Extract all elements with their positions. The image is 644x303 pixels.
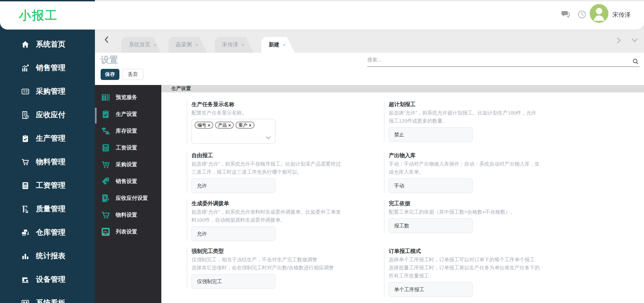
production-clipboard-icon <box>21 134 30 143</box>
history-clock-icon[interactable] <box>578 10 586 20</box>
settings-nav-label: 预览服务 <box>116 94 137 101</box>
sidebar-item-sales[interactable]: 销售管理 <box>0 56 95 80</box>
page-header: 设置 保存 丢弃 <box>95 53 644 85</box>
receivable-doc-icon <box>21 111 30 120</box>
tag-remove-icon[interactable]: × <box>249 123 251 128</box>
discard-button[interactable]: 丢弃 <box>122 69 144 80</box>
tab-label: 新建 <box>269 41 279 48</box>
user-name: 宋传泽 <box>612 11 631 19</box>
tab-new[interactable]: 新建 × <box>261 37 295 53</box>
settings-nav-sales-settings[interactable]: 销售设置 <box>95 173 161 190</box>
tag-remove-icon[interactable]: × <box>228 123 231 128</box>
sidebar-item-dashboard[interactable]: 系统看板 <box>0 291 95 303</box>
tab-close-icon[interactable]: × <box>154 42 157 48</box>
sidebar-item-statistics[interactable]: 统计报表 <box>0 244 95 268</box>
tabs-dropdown-icon[interactable] <box>631 38 638 44</box>
settings-nav-preview-service[interactable]: 预览服务 <box>95 89 161 106</box>
settings-nav-list-settings[interactable]: 列表设置 <box>95 223 161 240</box>
sidebar-item-receivable-payable[interactable]: 应收应付 <box>0 103 95 127</box>
clipboard-check-icon <box>101 109 111 119</box>
settings-nav-label: 生产设置 <box>116 111 137 118</box>
equipment-machine-icon <box>21 275 30 284</box>
material-cart-icon <box>21 158 30 167</box>
sidebar-item-label: 工资管理 <box>36 180 65 190</box>
sidebar-item-system-home[interactable]: 系统首页 <box>0 33 95 56</box>
tab-close-icon[interactable]: × <box>241 42 245 48</box>
user-avatar[interactable] <box>590 4 608 23</box>
search-icon[interactable] <box>632 58 639 66</box>
tab-song-chuanze[interactable]: 宋传泽 × <box>215 37 254 53</box>
tag-number: 编号× <box>195 122 213 129</box>
field-help: 成仓库入库单。 <box>389 168 579 176</box>
field-help: 所有工序批量报工 <box>389 272 579 280</box>
settings-nav-label: 应收应付设置 <box>116 195 148 202</box>
settings-nav: 预览服务 生产设置 库存设置 工资设置 采购设置 销售设置 应收应付设置 物料 <box>95 85 161 303</box>
field-label: 超计划报工 <box>389 101 579 108</box>
tabs-scroll-right-icon[interactable] <box>616 37 622 45</box>
task-name-multiselect[interactable]: 编号× 产品× 客户× <box>192 119 275 144</box>
output-warehousing-select[interactable]: 手动 <box>389 178 473 193</box>
dashboard-board-icon <box>21 299 30 303</box>
sidebar-item-production[interactable]: 生产管理 <box>0 127 95 150</box>
section-title: 生产设置 <box>161 85 644 92</box>
field-help: 选择单个工序报工时，订单报工可以对订单下的每个工序单个报工 <box>389 256 579 264</box>
settings-nav-material-settings[interactable]: 物料设置 <box>95 207 161 223</box>
completion-basis-select[interactable]: 报工数 <box>389 218 473 233</box>
save-button[interactable]: 保存 <box>101 69 119 80</box>
tab-system-home[interactable]: 系统首页 × <box>121 37 161 53</box>
flow-icon <box>101 126 111 136</box>
tab-label: 宋传泽 <box>222 41 238 48</box>
tab-vegetable-porridge[interactable]: 蔬菜粥 × <box>168 37 207 53</box>
sidebar-item-label: 设备管理 <box>36 274 65 285</box>
field-help: 如选择“允许”，则系统允许超计划报工。比如计划生产100件，允许 <box>389 109 579 117</box>
sales-chart-icon <box>21 63 30 73</box>
sidebar-item-label: 采购管理 <box>36 86 65 96</box>
sidebar-item-label: 系统看板 <box>36 298 65 303</box>
field-help: 手动：手动对产出物做入库操作；自动：系统自动对产出物入库，生 <box>389 160 579 168</box>
order-reporting-mode-select[interactable]: 单个工序报工 <box>389 282 473 297</box>
cart-icon <box>101 210 111 220</box>
free-reporting-select[interactable]: 允许 <box>192 178 275 193</box>
settings-nav-production-settings[interactable]: 生产设置 <box>95 106 161 123</box>
sidebar-item-material[interactable]: 物料管理 <box>0 150 95 174</box>
purchase-card-icon <box>21 87 30 96</box>
calculator-icon <box>101 143 111 153</box>
field-label: 订单报工模式 <box>389 248 579 255</box>
field-help: 如选择“允许”，则系统允许发料时生成委外调拨单。比如委外工单发 <box>192 208 375 216</box>
settings-nav-label: 库存设置 <box>116 128 137 135</box>
sidebar-item-purchase[interactable]: 采购管理 <box>0 80 95 103</box>
sidebar-item-label: 生产管理 <box>36 133 65 143</box>
field-completion-basis: 完工依据 配置工单完工的依据（其中报工数=合格数+不合格数）。 报工数 <box>384 200 579 233</box>
field-order-reporting-mode: 订单报工模式 选择单个工序报工时，订单报工可以对订单下的每个工序单个报工 选择批… <box>384 248 579 297</box>
tabs-scroll-left-icon[interactable] <box>103 36 110 45</box>
sidebar-item-salary[interactable]: 工资管理 <box>0 174 95 197</box>
field-over-plan-reporting: 超计划报工 如选择“允许”，则系统允许超计划报工。比如计划生产100件，允许 报… <box>384 101 579 142</box>
tag-remove-icon[interactable]: × <box>208 123 210 128</box>
sidebar-item-equipment[interactable]: 设备管理 <box>0 268 95 291</box>
settings-nav-salary-settings[interactable]: 工资设置 <box>95 139 161 156</box>
settings-nav-inventory-settings[interactable]: 库存设置 <box>95 123 161 139</box>
messages-icon[interactable] <box>561 10 571 20</box>
sidebar-item-quality[interactable]: 质量管理 <box>0 197 95 221</box>
field-help: 选择批量工序报工时，订单报工将以生产任务为单位将生产任务下的 <box>389 264 579 272</box>
over-plan-reporting-select[interactable]: 禁止 <box>389 127 473 142</box>
outsourcing-transfer-select[interactable]: 允许 <box>192 226 275 241</box>
field-output-warehousing: 产出物入库 手动：手动对产出物做入库操作；自动：系统自动对产出物入库，生 成仓库… <box>384 152 579 193</box>
forced-completion-type-select[interactable]: 仅强制完工 <box>192 274 275 289</box>
settings-nav-label: 销售设置 <box>116 178 137 185</box>
field-label: 生产任务显示名称 <box>192 101 375 108</box>
app-logo: 小报工 <box>19 7 58 24</box>
tag-customer: 客户× <box>235 122 254 129</box>
field-help: 如选择“允许”，则系统允许不按顺序报工。比如计划某产品需要经过 <box>192 160 375 168</box>
app-header: 小报工 宋传泽 <box>0 1 644 30</box>
tab-close-icon[interactable]: × <box>283 42 286 48</box>
sidebar-item-warehouse[interactable]: 仓库管理 <box>0 221 95 244</box>
field-label: 自由报工 <box>192 152 375 159</box>
search-input[interactable] <box>367 57 626 62</box>
salary-calculator-icon <box>21 181 30 190</box>
settings-nav-purchase-settings[interactable]: 采购设置 <box>95 156 161 173</box>
tab-close-icon[interactable]: × <box>195 42 198 48</box>
settings-nav-receivable-payable-settings[interactable]: 应收应付设置 <box>95 190 161 207</box>
books-icon <box>101 92 111 102</box>
chevron-down-icon[interactable] <box>266 135 271 141</box>
